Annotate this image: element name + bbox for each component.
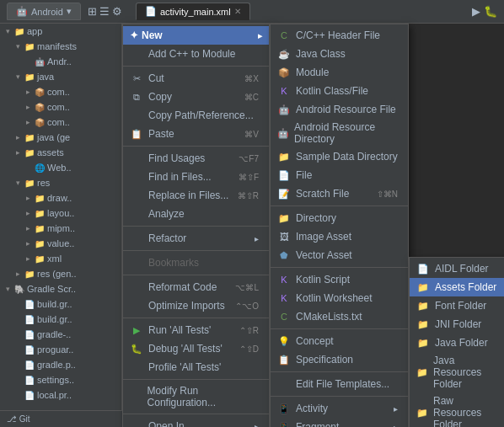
tree-item-proguard[interactable]: 📄 proguar.. <box>0 342 121 357</box>
menu-item-sample-data[interactable]: 📁 Sample Data Directory <box>271 147 408 166</box>
tree-item-java[interactable]: ▾ 📁 java <box>0 69 121 84</box>
tree-item-build2[interactable]: 📄 build.gr.. <box>0 312 121 327</box>
debug-icon[interactable]: 🐛 <box>484 5 497 18</box>
menu-item-profile[interactable]: Profile 'All Tests' <box>123 358 269 376</box>
tree-item-assets[interactable]: ▸ 📁 assets <box>0 145 121 160</box>
context-menu-2: C C/C++ Header File ☕ Java Class 📦 Modul… <box>270 24 409 427</box>
menu-item-module[interactable]: 📦 Module <box>271 63 408 82</box>
file-icon: 📄 <box>24 298 35 310</box>
tree-arrow: ▸ <box>24 224 32 232</box>
menu-item-bookmarks: Bookmarks <box>123 254 269 272</box>
menu-item-java-res-folder[interactable]: 📁 Java Resources Folder <box>410 352 504 392</box>
menu-item-image-asset[interactable]: 🖼 Image Asset <box>271 227 408 246</box>
tree-item-values[interactable]: ▸ 📁 value.. <box>0 236 121 251</box>
tree-item-gradle-p[interactable]: 📄 gradle.p.. <box>0 357 121 372</box>
menu-item-cut[interactable]: ✂ Cut ⌘X <box>123 69 269 88</box>
menu-item-kotlin[interactable]: K Kotlin Class/File <box>271 82 408 100</box>
menu-item-aidl-folder[interactable]: 📄 AIDL Folder <box>410 259 504 278</box>
paste-icon: 📋 <box>130 127 143 141</box>
tree-item-java-gen[interactable]: ▸ 📁 java (ge <box>0 130 121 145</box>
file-icon: 📄 <box>24 374 35 386</box>
tree-item-local[interactable]: 📄 local.pr.. <box>0 387 121 403</box>
context-menu-1: ✦ New ▸ Add C++ to Module ✂ Cut ⌘X ⧉ Cop… <box>122 24 270 427</box>
menu-item-java-class[interactable]: ☕ Java Class <box>271 45 408 63</box>
menu-item-java-folder[interactable]: 📁 Java Folder <box>410 334 504 352</box>
menu-item-file[interactable]: 📄 File <box>271 166 408 184</box>
menu-item-kotlin-worksheet[interactable]: K Kotlin Worksheet <box>271 289 408 307</box>
tree-item-com2[interactable]: ▸ 📦 com.. <box>0 99 121 115</box>
menu-item-add-cpp[interactable]: Add C++ to Module <box>123 45 269 63</box>
menu-header-new: ✦ New ▸ <box>123 26 269 45</box>
tree-item-settings[interactable]: 📄 settings.. <box>0 372 121 387</box>
menu-item-scratch[interactable]: 📝 Scratch File ⇧⌘N <box>271 184 408 203</box>
separator <box>123 414 269 414</box>
menu-item-copy-path[interactable]: Copy Path/Reference... <box>123 106 269 125</box>
menu-item-paste[interactable]: 📋 Paste ⌘V <box>123 125 269 143</box>
menu-item-directory[interactable]: 📁 Directory <box>271 209 408 227</box>
menu-item-edit-templates[interactable]: Edit File Templates... <box>271 375 408 393</box>
tree-item-web[interactable]: 🌐 Web.. <box>0 160 121 175</box>
tree-item-com3[interactable]: ▸ 📦 com.. <box>0 115 121 130</box>
settings-icon[interactable]: ⚙ <box>112 5 122 18</box>
menu-item-find-usages[interactable]: Find Usages ⌥F7 <box>123 149 269 168</box>
menu-item-raw-folder[interactable]: 📁 Raw Resources Folder <box>410 392 504 427</box>
tree-arrow: ▾ <box>13 42 22 51</box>
cpp-header-icon: C <box>277 29 291 42</box>
tree-arrow: ▾ <box>13 72 22 81</box>
android-dropdown[interactable]: 🤖 Android ▾ <box>7 3 81 20</box>
tree-item-build1[interactable]: 📄 build.gr.. <box>0 296 121 312</box>
menu-item-vector-asset[interactable]: ⬟ Vector Asset <box>271 246 408 264</box>
menu-item-modify-run[interactable]: Modify Run Configuration... <box>123 382 269 411</box>
menu-item-replace[interactable]: Replace in Files... ⌘⇧R <box>123 186 269 205</box>
menu-item-cpp-header[interactable]: C C/C++ Header File <box>271 26 408 45</box>
tree-item-res-gen[interactable]: ▸ 📁 res (gen.. <box>0 266 121 281</box>
menu-item-kotlin-script[interactable]: K Kotlin Script <box>271 270 408 289</box>
structure-icon[interactable]: ⊞ <box>88 5 97 18</box>
tree-item-res[interactable]: ▾ 📁 res <box>0 175 121 190</box>
menu-item-android-resource[interactable]: 🤖 Android Resource File <box>271 100 408 119</box>
tree-item-xml[interactable]: ▸ 📁 xml <box>0 251 121 266</box>
folder-icon: 📁 <box>34 222 46 234</box>
tree-item-layout[interactable]: ▸ 📁 layou.. <box>0 205 121 221</box>
separator <box>123 146 269 147</box>
project-panel: ▾ 📁 app ▾ 📁 manifests 🤖 Andr.. ▾ 📁 java … <box>0 24 122 427</box>
run-icon[interactable]: ▶ <box>472 5 480 18</box>
menu-item-debug[interactable]: 🐛 Debug 'All Tests' ⌃⇧D <box>123 339 269 358</box>
close-icon[interactable]: ✕ <box>234 7 241 16</box>
menu-item-analyze[interactable]: Analyze <box>123 205 269 223</box>
menu-item-run[interactable]: ▶ Run 'All Tests' ⌃⇧R <box>123 321 269 339</box>
tree-item-manifests[interactable]: ▾ 📁 manifests <box>0 39 121 54</box>
git-status[interactable]: ⎇ Git <box>7 414 30 424</box>
menu-item-concept[interactable]: 💡 Concept <box>271 332 408 350</box>
sample-data-icon: 📁 <box>277 150 291 163</box>
tree-item-app[interactable]: ▾ 📁 app <box>0 24 121 39</box>
menu-item-activity[interactable]: 📱 Activity ▸ <box>271 399 408 418</box>
tree-item-android[interactable]: 🤖 Andr.. <box>0 54 121 69</box>
assets-folder-icon: 📁 <box>416 280 430 294</box>
menu-item-copy[interactable]: ⧉ Copy ⌘C <box>123 88 269 106</box>
tree-item-drawable[interactable]: ▸ 📁 draw.. <box>0 190 121 205</box>
file-icon: 📄 <box>277 168 291 182</box>
tree-item-com1[interactable]: ▸ 📦 com.. <box>0 84 121 99</box>
file-icon: 📄 <box>24 313 35 325</box>
menu-item-jni-folder[interactable]: 📁 JNI Folder <box>410 315 504 334</box>
menu-item-assets-folder[interactable]: 📁 Assets Folder <box>410 278 504 296</box>
tree-item-gradle-props[interactable]: 📄 gradle-.. <box>0 327 121 342</box>
menu-item-find-files[interactable]: Find in Files... ⌘⇧F <box>123 168 269 186</box>
menu-item-reformat[interactable]: Reformat Code ⌥⌘L <box>123 278 269 296</box>
menu-item-fragment[interactable]: 📱 Fragment ▸ <box>271 418 408 427</box>
tree-item-mipmap[interactable]: ▸ 📁 mipm.. <box>0 221 121 236</box>
menu-item-open-in[interactable]: Open In ▸ <box>123 417 269 427</box>
menu-item-refactor[interactable]: Refactor ▸ <box>123 229 269 248</box>
open-in-icon <box>130 419 143 427</box>
cpp-icon <box>130 47 143 61</box>
find-usages-icon <box>130 152 143 165</box>
menu-item-android-dir[interactable]: 🤖 Android Resource Directory <box>271 119 408 147</box>
main-tab[interactable]: 📄 activity_main.xml ✕ <box>136 3 250 20</box>
menu-item-specification[interactable]: 📋 Specification <box>271 350 408 369</box>
menu-item-cmake[interactable]: C CMakeLists.txt <box>271 307 408 326</box>
list-icon[interactable]: ☰ <box>99 5 110 18</box>
tree-item-gradle[interactable]: ▾ 🐘 Gradle Scr.. <box>0 281 121 296</box>
menu-item-font-folder[interactable]: 📁 Font Folder <box>410 296 504 315</box>
menu-item-optimize[interactable]: Optimize Imports ⌃⌥O <box>123 296 269 315</box>
